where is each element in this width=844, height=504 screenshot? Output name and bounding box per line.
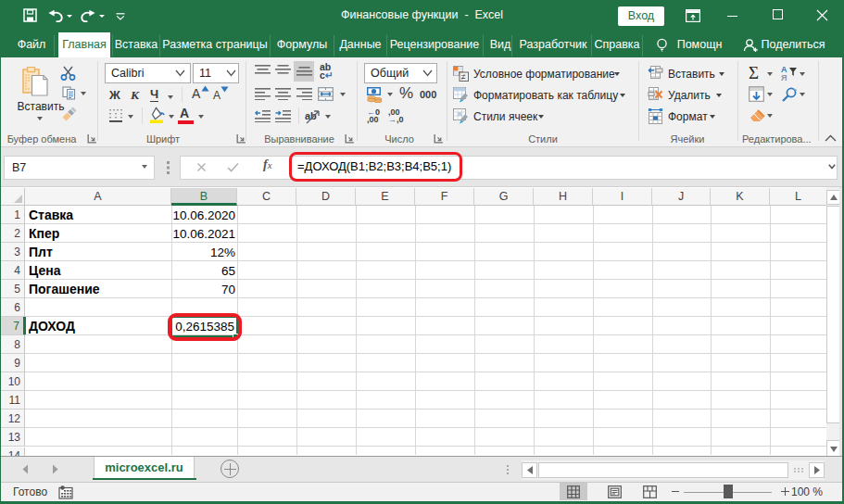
svg-text:Я: Я — [781, 73, 787, 82]
svg-text:≠: ≠ — [461, 72, 466, 82]
